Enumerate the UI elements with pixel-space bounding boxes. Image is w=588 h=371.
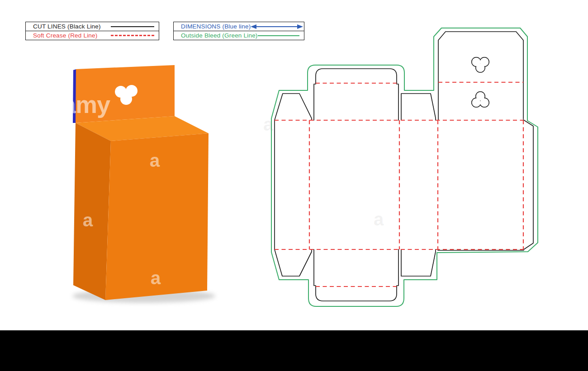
box-left-face xyxy=(73,123,111,300)
cut-line-sample xyxy=(111,26,154,27)
dieline-drawing xyxy=(262,23,547,314)
bottom-tuck-flap xyxy=(316,287,397,301)
outside-bleed-label: Outside Bleed (Green Line) xyxy=(181,32,258,39)
soft-crease-label: Soft Crease (Red Line) xyxy=(33,32,97,39)
footer-bar: alamy Image ID: 2RBAN5X www.alamy.com xyxy=(0,330,588,371)
dust-flap-top-left xyxy=(275,94,312,120)
stock-image-page: CUT LINES (Black Line) Soft Crease (Red … xyxy=(0,0,588,371)
hang-panel-outline xyxy=(438,32,523,120)
dust-flap-bottom-left xyxy=(275,249,312,276)
dust-flap-bottom-right xyxy=(401,249,436,276)
hang-hole-top xyxy=(472,58,489,72)
bottom-lid-right-edge xyxy=(397,249,398,287)
top-lid-right-edge xyxy=(397,83,398,120)
top-lid-left-edge xyxy=(314,83,316,120)
legend-row-soft-crease: Soft Crease (Red Line) xyxy=(26,31,159,40)
dieline-crease-lines xyxy=(275,82,523,286)
legend-row-cut-lines: CUT LINES (Black Line) xyxy=(26,22,159,31)
soft-crease-sample xyxy=(111,35,154,36)
legend-cut-crease: CUT LINES (Black Line) Soft Crease (Red … xyxy=(25,22,159,40)
glue-flap xyxy=(523,120,533,249)
top-tuck-flap xyxy=(316,69,397,83)
hang-hole-bottom xyxy=(472,92,489,107)
box-3d-preview xyxy=(54,54,235,312)
cut-lines-label: CUT LINES (Black Line) xyxy=(33,23,101,30)
dust-flap-top-right xyxy=(401,94,436,120)
dimensions-label: DIMENSIONS (Blue line) xyxy=(181,23,251,30)
outside-bleed-outline xyxy=(271,28,538,306)
box-front-face xyxy=(105,133,209,300)
bottom-lid-left-edge xyxy=(314,249,316,287)
